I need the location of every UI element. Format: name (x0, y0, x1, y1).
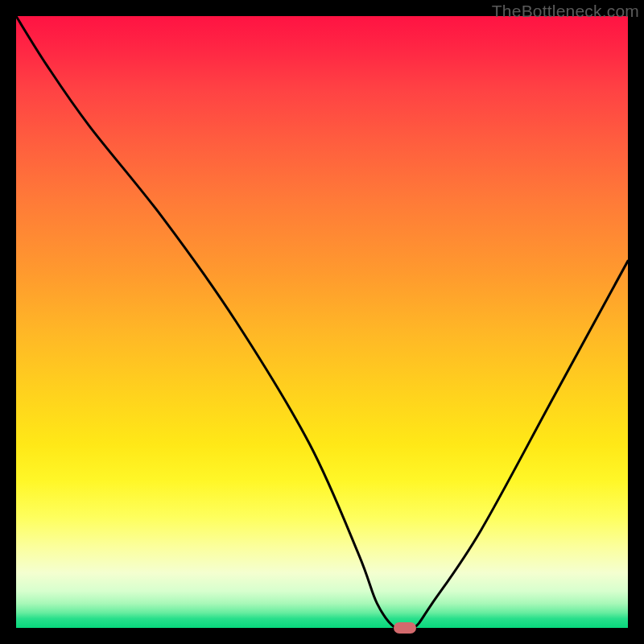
optimal-marker (394, 622, 416, 634)
plot-area (16, 16, 628, 628)
chart-frame: TheBottleneck.com (0, 0, 644, 644)
watermark-text: TheBottleneck.com (492, 2, 639, 21)
bottleneck-curve (16, 16, 628, 628)
